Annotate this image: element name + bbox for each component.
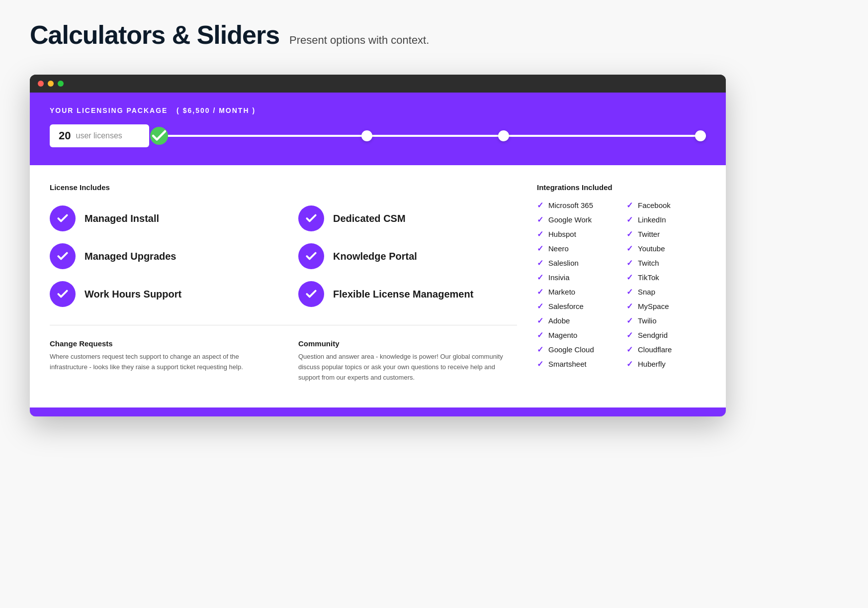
integration-item: ✓ Saleslion [537, 258, 616, 268]
integration-item: ✓ Magento [537, 330, 616, 340]
integration-item: ✓ Smartsheet [537, 359, 616, 369]
integration-check-icon: ✓ [537, 345, 543, 354]
feature-name: Managed Upgrades [85, 251, 176, 262]
browser-dot-minimize[interactable] [48, 81, 54, 87]
feature-name: Flexible License Management [333, 289, 473, 300]
integration-name: Adobe [548, 316, 570, 325]
integration-check-icon: ✓ [626, 330, 633, 340]
integration-name: Facebook [638, 201, 671, 209]
integration-name: Google Cloud [548, 345, 594, 354]
integration-name: Hubspot [548, 230, 576, 238]
integration-item: ✓ Youtube [626, 244, 706, 253]
feature-item: Dedicated CSM [298, 205, 517, 231]
integration-check-icon: ✓ [626, 215, 633, 224]
integration-name: Snap [638, 288, 655, 296]
integration-item: ✓ MySpace [626, 302, 706, 311]
integration-item: ✓ Facebook [626, 201, 706, 210]
integration-name: Insivia [548, 273, 570, 282]
page-header: Calculators & Sliders Present options wi… [30, 20, 838, 50]
extra-item: Community Question and answer area - kno… [298, 339, 517, 383]
slider-thumb-3[interactable] [695, 130, 706, 141]
feature-check-icon [50, 243, 76, 269]
integration-check-icon: ✓ [537, 316, 543, 325]
slider-thumb-1[interactable] [361, 130, 372, 141]
integration-item: ✓ Twilio [626, 316, 706, 325]
integration-name: Twilio [638, 316, 657, 325]
integration-name: Saleslion [548, 259, 579, 267]
integration-check-icon: ✓ [537, 330, 543, 340]
integration-check-icon: ✓ [537, 302, 543, 311]
extra-description: Where customers request tech support to … [50, 352, 268, 373]
integration-check-icon: ✓ [537, 229, 543, 239]
integration-check-icon: ✓ [626, 201, 633, 210]
slider-track-container[interactable] [159, 126, 706, 146]
integration-name: Twitter [638, 230, 660, 238]
extra-description: Question and answer area - knowledge is … [298, 352, 517, 383]
integration-check-icon: ✓ [537, 244, 543, 253]
integration-name: Magento [548, 331, 577, 339]
integration-name: Youtube [638, 244, 665, 253]
integration-check-icon: ✓ [537, 273, 543, 282]
integration-item: ✓ Twitch [626, 258, 706, 268]
integration-item: ✓ Sendgrid [626, 330, 706, 340]
integration-check-icon: ✓ [537, 359, 543, 369]
integration-name: Salesforce [548, 302, 584, 310]
extra-title: Change Requests [50, 339, 268, 348]
license-title: YOUR LICENSING PACKAGE ( $6,500 / MONTH … [50, 106, 706, 114]
page-subtitle: Present options with context. [289, 34, 429, 47]
integration-check-icon: ✓ [537, 201, 543, 210]
integrations-column: Integrations Included ✓ Microsoft 365 ✓ … [537, 183, 706, 383]
feature-item: Work Hours Support [50, 281, 268, 307]
browser-dot-maximize[interactable] [58, 81, 64, 87]
integration-check-icon: ✓ [537, 215, 543, 224]
integration-check-icon: ✓ [626, 316, 633, 325]
user-input-box[interactable]: 20 user licenses [50, 124, 149, 147]
integration-check-icon: ✓ [626, 302, 633, 311]
feature-check-icon [50, 281, 76, 307]
integration-check-icon: ✓ [537, 287, 543, 297]
feature-check-icon [298, 243, 324, 269]
integration-item: ✓ Salesforce [537, 302, 616, 311]
integration-name: Huberfly [638, 360, 666, 368]
integration-item: ✓ Neero [537, 244, 616, 253]
feature-name: Knowledge Portal [333, 251, 417, 262]
feature-item: Knowledge Portal [298, 243, 517, 269]
feature-check-icon [50, 205, 76, 231]
integration-item: ✓ Adobe [537, 316, 616, 325]
purple-bar [30, 407, 726, 416]
feature-check-icon [298, 205, 324, 231]
page-title: Calculators & Sliders [30, 20, 279, 50]
integration-check-icon: ✓ [626, 258, 633, 268]
feature-name: Work Hours Support [85, 289, 181, 300]
integration-item: ✓ Cloudflare [626, 345, 706, 354]
integration-name: Microsoft 365 [548, 201, 593, 209]
integration-name: Sendgrid [638, 331, 668, 339]
integration-item: ✓ LinkedIn [626, 215, 706, 224]
slider-thumb-2[interactable] [498, 130, 509, 141]
browser-bar [30, 75, 726, 93]
integration-check-icon: ✓ [626, 359, 633, 369]
integration-item: ✓ Hubspot [537, 229, 616, 239]
integration-name: Twitch [638, 259, 659, 267]
extra-item: Change Requests Where customers request … [50, 339, 268, 383]
integration-item: ✓ Twitter [626, 229, 706, 239]
extra-title: Community [298, 339, 517, 348]
integration-check-icon: ✓ [537, 258, 543, 268]
integration-check-icon: ✓ [626, 273, 633, 282]
integration-item: ✓ Huberfly [626, 359, 706, 369]
integration-check-icon: ✓ [626, 244, 633, 253]
slider-check [150, 127, 168, 145]
feature-item: Managed Install [50, 205, 268, 231]
features-section-label: License Includes [50, 183, 517, 192]
integration-check-icon: ✓ [626, 345, 633, 354]
integration-item: ✓ Snap [626, 287, 706, 297]
feature-item: Flexible License Management [298, 281, 517, 307]
integration-check-icon: ✓ [626, 287, 633, 297]
integration-item: ✓ Microsoft 365 [537, 201, 616, 210]
feature-item: Managed Upgrades [50, 243, 268, 269]
browser-window: YOUR LICENSING PACKAGE ( $6,500 / MONTH … [30, 75, 726, 416]
browser-dot-close[interactable] [38, 81, 44, 87]
integration-item: ✓ TikTok [626, 273, 706, 282]
integration-item: ✓ Insivia [537, 273, 616, 282]
integration-name: Smartsheet [548, 360, 587, 368]
